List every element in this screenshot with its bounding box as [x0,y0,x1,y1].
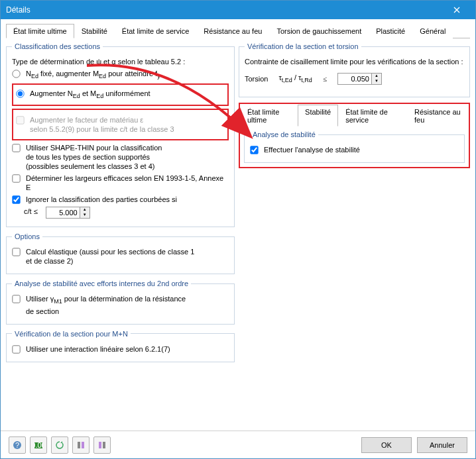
svg-text:?: ? [15,441,19,449]
torsion-value[interactable] [337,73,372,85]
close-icon[interactable] [444,1,470,19]
check-ignore-curved[interactable] [12,196,20,204]
ok-button[interactable]: OK [361,437,412,453]
legend-verif-torsion: Vérification de la section et torsion [245,42,361,50]
svg-rect-7 [103,442,105,448]
legend-mn: Vérification de la section pour M+N [12,330,131,338]
reset-icon[interactable] [51,436,68,454]
radio-augment-uniform[interactable] [16,90,24,98]
legend-classification: Classification des sections [12,42,103,50]
legend-stab-analysis: Analyse de stabilité [250,130,318,138]
group-verif-torsion: Vérification de la section et torsion Co… [239,42,470,97]
check-do-stability-label: Effectuer l'analyse de stabilité [264,145,360,154]
check-increase-epsilon-label: Augmenter le facteur de matériau ε selon… [30,115,174,134]
cancel-button[interactable]: Annuler [417,437,467,453]
check-shape-thin[interactable] [12,144,20,152]
check-eff-widths-label: Déterminer les largeurs efficaces selon … [26,174,229,192]
units-icon[interactable]: 0.00 [30,436,47,454]
legend-options: Options [12,232,42,240]
group-stab2nd: Analyse de stabilité avec efforts intern… [6,280,235,324]
svg-rect-4 [78,442,80,448]
radio-ned-fixed-label: NEd fixé, augmenter MEd pour atteindre f… [26,69,160,81]
torsion-spinner[interactable]: ▲▼ [372,73,382,85]
group-options: Options Calcul élastique (aussi pour les… [6,232,235,274]
check-elastic[interactable] [12,248,20,256]
tab-feu[interactable]: Résistance au feu [196,24,269,38]
classif-intro: Type de détermination de ψ et α selon le… [12,57,185,66]
check-shape-thin-label: Utiliser SHAPE-THIN pour la classificati… [26,143,162,171]
shear-intro: Contrainte de cisaillement limite pour l… [245,57,463,66]
le-symbol: ≤ [323,75,327,83]
subtab-ulu[interactable]: État limite ultime [240,105,298,127]
radio-ned-fixed[interactable] [12,70,20,77]
tab-ulu[interactable]: État limite ultime [6,24,74,38]
legend-stab2nd: Analyse de stabilité avec efforts intern… [12,280,191,287]
sub-tabs: État limite ultime Stabilité État limite… [240,104,469,127]
check-ignore-curved-label: Ignorer la classification des parties co… [26,195,177,204]
torsion-ratio: τt,Ed / τt,Rd [278,74,312,83]
torsion-label: Torsion [245,75,268,83]
group-classification: Classification des sections Type de déte… [6,42,235,227]
main-tabs: État limite ultime Stabilité État limite… [6,23,470,38]
tool-icon-2[interactable] [93,436,111,454]
check-elastic-label: Calcul élastique (aussi pour les section… [26,247,194,266]
check-gamma-m1-label: Utiliser γM1 pour la détermination de la… [26,294,186,315]
ct-label: c/t ≤ [24,207,38,216]
group-mn: Vérification de la section pour M+N Util… [6,330,235,362]
subtab-stabilite[interactable]: Stabilité [298,105,338,127]
subtab-els[interactable]: État limite de service [338,105,407,127]
group-stab-analysis: Analyse de stabilité Effectuer l'analyse… [244,130,465,163]
tab-stabilite[interactable]: Stabilité [74,24,115,38]
help-icon[interactable]: ? [9,436,26,454]
tool-icon-1[interactable] [72,436,89,454]
window-title: Détails [6,5,30,15]
svg-rect-6 [99,442,101,448]
check-eff-widths[interactable] [12,175,20,183]
check-linear-interaction[interactable] [12,345,20,353]
tab-general[interactable]: Général [412,24,453,38]
check-gamma-m1[interactable] [12,295,20,303]
svg-rect-5 [82,442,84,448]
tab-plasticite[interactable]: Plasticité [369,24,412,38]
check-do-stability[interactable] [250,146,258,154]
radio-augment-uniform-label: Augmenter NEd et MEd uniformément [30,89,150,101]
check-linear-interaction-label: Utiliser une interaction linéaire selon … [26,344,170,354]
ct-value[interactable] [46,207,80,219]
check-increase-epsilon [16,117,24,125]
subtab-feu[interactable]: Résistance au feu [407,105,469,127]
svg-text:0.00: 0.00 [34,441,43,449]
tab-torsion[interactable]: Torsion de gauchissement [269,24,369,38]
tab-els[interactable]: État limite de service [115,24,196,38]
ct-spinner[interactable]: ▲▼ [80,207,90,219]
